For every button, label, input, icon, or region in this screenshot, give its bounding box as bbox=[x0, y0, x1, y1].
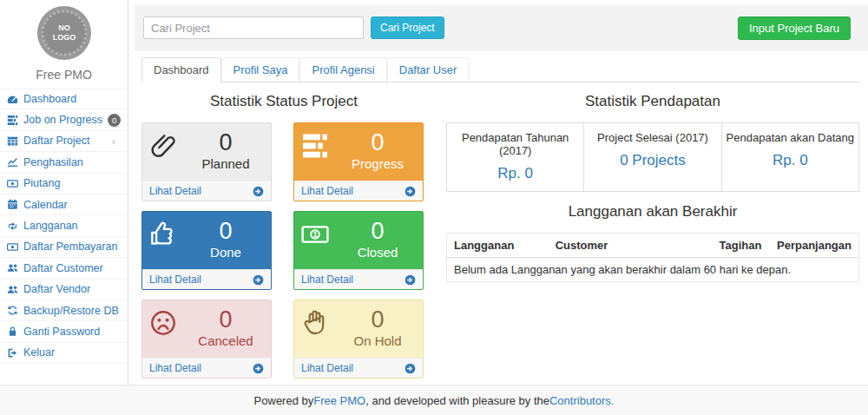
input-project-baru-button[interactable]: Input Project Baru bbox=[738, 16, 851, 40]
sidebar-item-label: Daftar Project bbox=[23, 135, 89, 147]
income-section-title: Statistik Pendapatan bbox=[446, 93, 859, 110]
sidebar-item-daftar-customer[interactable]: Daftar Customer bbox=[0, 258, 128, 279]
sidebar-item-label: Dashboard bbox=[23, 93, 76, 105]
status-section: Statistik Status Project 0 Planned Lihat… bbox=[141, 91, 426, 379]
sidebar-item-langganan[interactable]: Langganan bbox=[0, 215, 128, 236]
sidebar-item-calendar[interactable]: Calendar bbox=[0, 194, 128, 215]
empty-subscriptions-message: Belum ada Langganan yang akan berakhir d… bbox=[447, 258, 859, 282]
lihat-detail-link[interactable]: Lihat Detail bbox=[149, 273, 201, 286]
sign-out-icon bbox=[7, 347, 18, 359]
sidebar-item-label: Daftar Customer bbox=[23, 262, 103, 274]
sidebar-item-dashboard[interactable]: Dashboard bbox=[0, 89, 128, 109]
arrow-circle-right-icon bbox=[253, 186, 264, 197]
sidebar-item-job-on-progress[interactable]: Job on Progress 0 bbox=[0, 109, 128, 130]
frown-icon bbox=[149, 306, 187, 354]
canceled-count: 0 bbox=[187, 306, 264, 333]
sidebar-item-label: Piutang bbox=[23, 177, 60, 189]
sidebar-item-piutang[interactable]: Piutang bbox=[0, 174, 128, 194]
stat-value: Rp. 0 bbox=[450, 165, 580, 182]
lihat-detail-link[interactable]: Lihat Detail bbox=[301, 185, 353, 197]
on-hold-count: 0 bbox=[339, 306, 416, 333]
card-planned: 0 Planned Lihat Detail bbox=[141, 122, 272, 201]
on-hold-detail-link[interactable]: Lihat Detail bbox=[294, 358, 423, 378]
progress-count: 0 bbox=[339, 129, 416, 156]
planned-detail-link[interactable]: Lihat Detail bbox=[142, 181, 271, 201]
planned-count: 0 bbox=[187, 129, 264, 156]
paperclip-icon bbox=[149, 129, 187, 177]
refresh-icon bbox=[7, 305, 18, 316]
lihat-detail-link[interactable]: Lihat Detail bbox=[149, 185, 201, 197]
sidebar-item-backup-restore[interactable]: Backup/Restore DB bbox=[0, 300, 128, 321]
lihat-detail-link[interactable]: Lihat Detail bbox=[301, 362, 353, 374]
progress-label: Progress bbox=[339, 156, 416, 171]
income-stat-projects-done: Project Selesai (2017) 0 Projects bbox=[584, 123, 721, 191]
closed-detail-link[interactable]: Lihat Detail bbox=[294, 269, 423, 289]
on-hold-label: On Hold bbox=[339, 333, 416, 348]
sidebar-item-daftar-vendor[interactable]: Daftar Vendor bbox=[0, 280, 128, 300]
sidebar-item-penghasilan[interactable]: Penghasilan bbox=[0, 152, 128, 173]
users-icon bbox=[7, 284, 18, 295]
subscription-section-title: Langganan akan Berakhir bbox=[446, 203, 859, 221]
stat-label: Pendapatan Tahunan (2017) bbox=[450, 131, 580, 157]
chevron-left-icon: ‹ bbox=[112, 135, 115, 147]
done-detail-link[interactable]: Lihat Detail bbox=[142, 269, 271, 289]
canceled-label: Canceled bbox=[187, 333, 264, 348]
job-count-badge: 0 bbox=[108, 114, 121, 127]
money-icon bbox=[7, 241, 18, 253]
stat-label: Project Selesai (2017) bbox=[588, 131, 717, 144]
progress-detail-link[interactable]: Lihat Detail bbox=[294, 181, 423, 201]
sidebar-item-label: Penghasilan bbox=[23, 156, 83, 168]
done-count: 0 bbox=[187, 218, 264, 245]
column-header-tagihan: Tagihan bbox=[713, 234, 770, 258]
contributors-link[interactable]: Contributors. bbox=[549, 394, 614, 407]
search-input[interactable] bbox=[143, 16, 364, 39]
arrow-circle-right-icon bbox=[253, 274, 264, 286]
canceled-detail-link[interactable]: Lihat Detail bbox=[142, 358, 271, 378]
sidebar-item-label: Job on Progress bbox=[23, 114, 102, 126]
arrow-circle-right-icon bbox=[404, 274, 416, 286]
income-stat-upcoming: Pendapatan akan Datang Rp. 0 bbox=[722, 123, 858, 191]
sidebar-item-label: Keluar bbox=[23, 346, 55, 359]
status-section-title: Statistik Status Project bbox=[141, 93, 426, 110]
sidebar-item-ganti-password[interactable]: Ganti Password bbox=[0, 321, 128, 342]
table-icon bbox=[7, 135, 18, 147]
thumbs-up-icon bbox=[149, 218, 187, 266]
arrow-circle-right-icon bbox=[253, 363, 264, 374]
footer-text: , and developed with pleasure by the bbox=[365, 394, 549, 407]
hand-icon bbox=[301, 306, 339, 354]
lihat-detail-link[interactable]: Lihat Detail bbox=[149, 362, 201, 374]
search-button[interactable]: Cari Project bbox=[371, 16, 444, 39]
sidebar-item-daftar-pembayaran[interactable]: Daftar Pembayaran bbox=[0, 237, 128, 258]
card-done: 0 Done Lihat Detail bbox=[141, 211, 272, 290]
tab-daftar-user[interactable]: Daftar User bbox=[387, 57, 469, 82]
calendar-icon bbox=[7, 199, 18, 210]
tab-profil-agensi[interactable]: Profil Agensi bbox=[299, 57, 386, 82]
money-icon bbox=[7, 178, 18, 189]
line-chart-icon bbox=[7, 156, 18, 168]
subscription-table-header: Langganan Customer Tagihan Perpanjangan bbox=[447, 234, 859, 258]
column-header-langganan: Langganan bbox=[447, 234, 549, 258]
planned-label: Planned bbox=[187, 156, 264, 171]
sidebar-item-keluar[interactable]: Keluar bbox=[0, 343, 128, 364]
dashboard-content: Statistik Status Project 0 Planned Lihat… bbox=[141, 91, 859, 379]
arrow-circle-right-icon bbox=[404, 363, 416, 374]
retweet-icon bbox=[7, 221, 18, 232]
tab-profil-saya[interactable]: Profil Saya bbox=[221, 57, 300, 82]
free-pmo-link[interactable]: Free PMO bbox=[313, 394, 365, 407]
card-canceled: 0 Canceled Lihat Detail bbox=[141, 300, 272, 379]
tab-dashboard[interactable]: Dashboard bbox=[141, 57, 221, 82]
tab-bar: Dashboard Profil Saya Profil Agensi Daft… bbox=[141, 57, 859, 82]
closed-label: Closed bbox=[339, 245, 416, 260]
sidebar-item-label: Ganti Password bbox=[23, 326, 100, 338]
users-icon bbox=[7, 262, 18, 273]
sidebar-menu: Dashboard Job on Progress 0 Daftar Proje… bbox=[0, 89, 128, 364]
sidebar-item-daftar-project[interactable]: Daftar Project ‹ bbox=[0, 131, 128, 152]
column-header-perpanjangan: Perpanjangan bbox=[770, 234, 859, 258]
income-stats-table: Pendapatan Tahunan (2017) Rp. 0 Project … bbox=[446, 122, 859, 192]
card-on-hold: 0 On Hold Lihat Detail bbox=[293, 300, 424, 379]
lock-icon bbox=[7, 326, 18, 337]
page: NO LOGO Free PMO Dashboard Job on Progre… bbox=[0, 0, 868, 385]
lihat-detail-link[interactable]: Lihat Detail bbox=[301, 273, 353, 286]
tasks-icon bbox=[7, 115, 18, 126]
stat-value: Rp. 0 bbox=[726, 152, 855, 169]
